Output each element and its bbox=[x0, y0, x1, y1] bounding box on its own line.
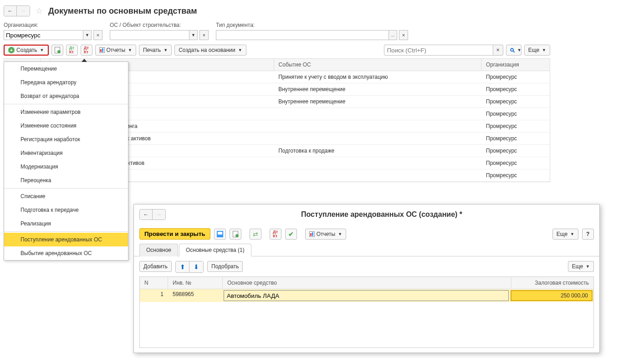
add-button[interactable]: Добавить bbox=[139, 261, 172, 272]
more-button[interactable]: Еще▼ bbox=[524, 45, 550, 56]
menu-item[interactable]: Подготовка к передаче bbox=[4, 203, 128, 217]
dialog-title: Поступление арендованных ОС (создание) * bbox=[169, 210, 594, 219]
menu-item[interactable]: Перемещение bbox=[4, 62, 128, 76]
menu-item[interactable]: Регистрация наработок bbox=[4, 133, 128, 146]
dialog-nav-back[interactable]: ← bbox=[140, 210, 153, 220]
post-button[interactable] bbox=[230, 229, 241, 240]
link-icon: ⇄ bbox=[253, 230, 258, 238]
col-event-header[interactable]: Событие ОС bbox=[274, 59, 481, 71]
page-title: Документы по основным средствам bbox=[48, 6, 197, 16]
filter-org-label: Организация: bbox=[4, 22, 102, 28]
drkt-button[interactable]: ДтКт bbox=[270, 229, 281, 240]
menu-item[interactable]: Изменение параметров bbox=[4, 105, 128, 119]
pick-button[interactable]: Подобрать bbox=[207, 261, 243, 272]
favorite-star-icon[interactable]: ☆ bbox=[36, 6, 43, 16]
search-button[interactable]: ⚲▼ bbox=[506, 45, 521, 56]
check-icon: ✔ bbox=[288, 230, 294, 238]
menu-pointer-icon bbox=[82, 59, 87, 62]
dialog-nav-forward[interactable]: → bbox=[153, 210, 165, 220]
inner-table-empty bbox=[140, 302, 593, 348]
reports-icon bbox=[99, 47, 105, 53]
create-based-button[interactable]: Создать на основании▼ bbox=[174, 45, 246, 56]
copy-button[interactable] bbox=[51, 45, 63, 56]
cell-cost[interactable]: 250 000,00 bbox=[511, 290, 593, 301]
menu-item[interactable]: Переоценка bbox=[4, 174, 128, 187]
filter-org-input[interactable] bbox=[4, 30, 83, 40]
drkt-red-button[interactable]: ДтКт bbox=[81, 45, 92, 56]
menu-item[interactable]: Передача арендатору bbox=[4, 76, 128, 89]
filter-doctype-label: Тип документа: bbox=[216, 22, 408, 28]
icol-inv-header[interactable]: Инв. № bbox=[168, 277, 223, 289]
create-dropdown-menu: ПеремещениеПередача арендаторуВозврат от… bbox=[4, 61, 128, 261]
nav-forward-button[interactable]: → bbox=[17, 6, 30, 16]
inner-table-row[interactable]: 1 5988965 250 000,00 bbox=[140, 289, 593, 302]
link-button[interactable]: ⇄ bbox=[250, 229, 261, 240]
filter-os-label: ОС / Объект строительства: bbox=[110, 22, 209, 28]
save-icon bbox=[217, 231, 223, 237]
search-input[interactable] bbox=[384, 45, 493, 56]
body-more-button[interactable]: Еще▼ bbox=[568, 261, 594, 272]
nav-back-button[interactable]: ← bbox=[4, 6, 17, 16]
move-down-button[interactable]: ⬇ bbox=[189, 261, 203, 272]
search-clear-button[interactable]: × bbox=[493, 45, 503, 56]
create-button[interactable]: + Создать ▼ bbox=[4, 45, 49, 56]
menu-item[interactable]: Выбытие арендованных ОС bbox=[4, 246, 128, 260]
drkt-icon: ДтКт bbox=[273, 230, 278, 238]
icol-n-header[interactable]: N bbox=[140, 277, 168, 289]
filter-os-clear[interactable]: × bbox=[199, 30, 209, 40]
save-button[interactable] bbox=[214, 229, 226, 240]
filter-org-clear[interactable]: × bbox=[93, 30, 102, 40]
menu-item[interactable]: Модернизация bbox=[4, 160, 128, 174]
plus-icon: + bbox=[8, 47, 15, 53]
filter-os-dropdown[interactable]: ▼ bbox=[189, 30, 198, 40]
menu-item[interactable]: Возврат от арендатора bbox=[4, 89, 128, 103]
dialog-reports-button[interactable]: Отчеты▼ bbox=[305, 229, 346, 240]
drkt-green-button[interactable]: ДтКт bbox=[66, 45, 78, 56]
post-icon bbox=[233, 231, 238, 237]
arrow-down-icon: ⬇ bbox=[194, 263, 199, 271]
cell-n: 1 bbox=[140, 289, 168, 302]
menu-item[interactable]: Инвентаризация bbox=[4, 146, 128, 160]
chevron-down-icon: ▼ bbox=[40, 48, 44, 52]
cell-inv: 5988965 bbox=[168, 289, 223, 302]
search-icon: ⚲ bbox=[508, 46, 516, 54]
icol-cost-header[interactable]: Залоговая стоимость bbox=[511, 277, 593, 289]
menu-item[interactable]: Поступление арендованных ОС bbox=[4, 233, 128, 246]
filter-doctype-input[interactable] bbox=[216, 30, 389, 40]
arrow-up-icon: ⬆ bbox=[180, 263, 185, 271]
reports-button[interactable]: Отчеты▼ bbox=[95, 45, 136, 56]
doc-icon bbox=[55, 47, 60, 53]
dialog-window: ← → Поступление арендованных ОС (создани… bbox=[133, 204, 600, 353]
filter-org-dropdown[interactable]: ▼ bbox=[83, 30, 92, 40]
dialog-more-button[interactable]: Еще▼ bbox=[552, 229, 578, 240]
icol-os-header[interactable]: Основное средство bbox=[223, 277, 511, 289]
help-button[interactable]: ? bbox=[582, 229, 594, 240]
cell-os-input[interactable] bbox=[224, 290, 509, 301]
tab-os[interactable]: Основные средства (1) bbox=[179, 244, 251, 256]
check-button[interactable]: ✔ bbox=[285, 229, 297, 240]
menu-item[interactable]: Изменение состояния bbox=[4, 119, 128, 133]
drkt-icon: ДтКт bbox=[84, 46, 89, 54]
reports-icon bbox=[309, 231, 315, 237]
menu-item[interactable]: Реализация bbox=[4, 217, 128, 230]
filter-doctype-dropdown[interactable]: ... bbox=[389, 30, 397, 40]
menu-item[interactable]: Списание bbox=[4, 189, 128, 203]
filter-os-input[interactable] bbox=[110, 30, 189, 40]
move-up-button[interactable]: ⬆ bbox=[176, 261, 189, 272]
tab-main[interactable]: Основное bbox=[139, 244, 178, 256]
col-org-header[interactable]: Организация bbox=[481, 59, 550, 71]
filter-doctype-clear[interactable]: × bbox=[399, 30, 408, 40]
post-close-button[interactable]: Провести и закрыть bbox=[139, 228, 210, 240]
drkt-icon: ДтКт bbox=[69, 46, 74, 54]
print-button[interactable]: Печать▼ bbox=[139, 45, 172, 56]
